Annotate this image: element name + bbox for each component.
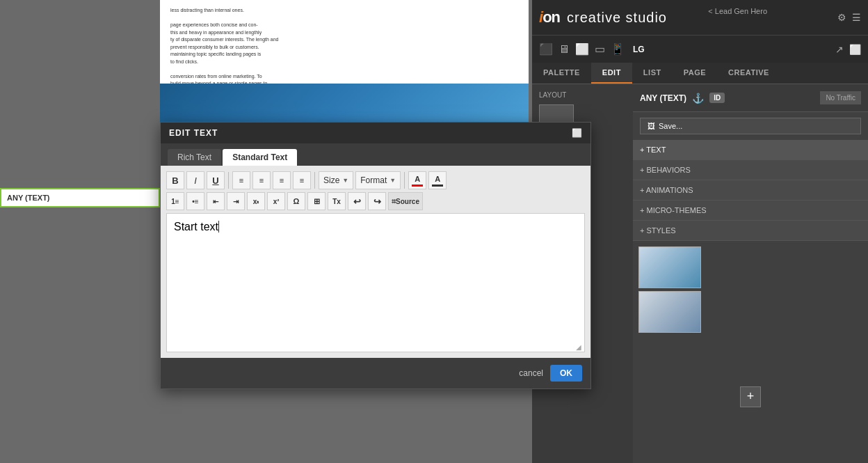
tab-edit[interactable]: EDIT	[591, 63, 632, 84]
creative-studio-text: creative studio	[567, 10, 667, 26]
separator-2	[314, 172, 315, 189]
bg-color-bar	[432, 185, 443, 187]
format-dropdown-arrow: ▼	[389, 177, 396, 184]
unordered-list-button[interactable]: •≡	[186, 192, 204, 210]
font-color-icon: A	[415, 175, 420, 183]
ordered-list-button[interactable]: 1≡	[166, 192, 184, 210]
tab-palette[interactable]: PALETTE	[532, 63, 591, 84]
nav-tabs: PALETTE EDIT LIST PAGE CREATIVE	[532, 63, 868, 84]
tab-creative[interactable]: CREATIVE	[717, 63, 780, 84]
back-link[interactable]: < Lead Gen Hero	[708, 7, 767, 15]
align-center-button[interactable]: ≡	[252, 171, 271, 189]
anchor-icon[interactable]: ⚓	[692, 93, 704, 104]
any-text-label: ANY (TEXT)	[640, 93, 686, 103]
top-bar: < Lead Gen Hero ion creative studio ⚙ ☰	[532, 0, 868, 35]
superscript-button[interactable]: x²	[267, 192, 285, 210]
image-icon: 🖼	[648, 122, 655, 130]
device-bar: ⬛ 🖥 ⬜ ▭ 📱 LG ↗ ⬜	[532, 35, 868, 63]
section-text[interactable]: + TEXT	[633, 140, 868, 160]
cancel-button[interactable]: cancel	[519, 368, 543, 378]
text-cursor	[218, 221, 219, 233]
tab-standard-text[interactable]: Standard Text	[223, 149, 297, 166]
layout-label: Layout	[539, 91, 626, 99]
dialog-titlebar: EDIT TEXT ⬜	[161, 123, 590, 143]
thumbnail-2[interactable]	[638, 291, 701, 333]
section-behaviors[interactable]: + BEHAVIORS	[633, 160, 868, 180]
indent-decrease-button[interactable]: ⇤	[207, 192, 225, 210]
thumbnails: +	[633, 241, 868, 463]
toolbar-row-2: 1≡ •≡ ⇤ ⇥ x₂ x² Ω ⊞ Tx ↩ ↪ ⌗ Source	[166, 192, 585, 210]
monitor-icon[interactable]: ⬛	[539, 42, 553, 56]
bold-button[interactable]: B	[166, 171, 184, 189]
font-color-button[interactable]: A	[408, 171, 426, 189]
tablet-landscape-icon[interactable]: ⬜	[575, 42, 589, 56]
mobile-icon[interactable]: 📱	[611, 42, 625, 56]
section-animations[interactable]: + ANIMATIONS	[633, 180, 868, 201]
ok-button[interactable]: OK	[550, 365, 582, 382]
text-editor-area[interactable]: Start text ◢	[166, 213, 585, 352]
tab-rich-text[interactable]: Rich Text	[168, 149, 221, 166]
underline-button[interactable]: U	[207, 171, 225, 189]
user-icon[interactable]: ☰	[852, 12, 861, 23]
toolbar-row-1: B I U ≡ ≡ ≡ ≡ Size ▼ Format ▼ A	[166, 171, 585, 189]
no-traffic-badge: No Traffic	[820, 91, 861, 104]
redo-button[interactable]: ↪	[368, 192, 386, 210]
settings-icon[interactable]: ⚙	[837, 12, 846, 23]
dialog-minimize-icon[interactable]: ⬜	[572, 128, 582, 138]
tablet-portrait-icon[interactable]: ▭	[595, 42, 605, 56]
dialog-body: B I U ≡ ≡ ≡ ≡ Size ▼ Format ▼ A	[161, 166, 590, 358]
dialog-title: EDIT TEXT	[169, 128, 218, 138]
tab-page[interactable]: PAGE	[673, 63, 717, 84]
source-button[interactable]: ⌗ Source	[388, 192, 423, 210]
add-thumbnail-button[interactable]: +	[740, 386, 761, 407]
right-edit: ANY (TEXT) ⚓ ID No Traffic 🖼 Save... + T…	[633, 84, 868, 463]
tab-list[interactable]: LIST	[632, 63, 673, 84]
format-dropdown[interactable]: Format ▼	[355, 171, 401, 189]
bg-color-button[interactable]: A	[428, 171, 447, 189]
bg-color-icon: A	[435, 175, 440, 183]
desktop-icon[interactable]: 🖥	[558, 43, 570, 56]
dialog-footer: cancel OK	[161, 358, 590, 389]
font-color-bar	[412, 185, 423, 187]
dialog-tabs: Rich Text Standard Text	[161, 143, 590, 166]
size-dropdown-arrow: ▼	[342, 177, 348, 184]
separator-1	[228, 172, 229, 189]
device-label: LG	[633, 45, 645, 54]
italic-button[interactable]: I	[186, 171, 204, 189]
resize-handle[interactable]: ◢	[576, 343, 584, 352]
thumbnail-1[interactable]	[638, 246, 701, 288]
align-justify-button[interactable]: ≡	[293, 171, 311, 189]
canvas-blue-banner	[160, 84, 529, 125]
text-content: Start text	[174, 221, 218, 233]
table-button[interactable]: ⊞	[307, 192, 326, 210]
clear-format-button[interactable]: Tx	[328, 192, 346, 210]
indent-increase-button[interactable]: ⇥	[227, 192, 245, 210]
section-micro-themes[interactable]: + MICRO-THEMES	[633, 201, 868, 221]
size-dropdown[interactable]: Size ▼	[319, 171, 353, 189]
canvas-any-text-label: ANY (TEXT)	[0, 188, 160, 207]
save-button[interactable]: 🖼 Save...	[640, 118, 861, 134]
section-styles[interactable]: + STYLES	[633, 221, 868, 241]
any-text-header: ANY (TEXT) ⚓ ID No Traffic	[633, 84, 868, 112]
align-left-button[interactable]: ≡	[232, 171, 250, 189]
separator-3	[404, 172, 405, 189]
undo-button[interactable]: ↩	[348, 192, 366, 210]
share-icon[interactable]: ↗	[835, 44, 844, 55]
ion-logo: ion	[539, 8, 560, 26]
align-right-button[interactable]: ≡	[273, 171, 291, 189]
special-char-button[interactable]: Ω	[287, 192, 305, 210]
id-badge[interactable]: ID	[709, 93, 725, 103]
edit-text-dialog: EDIT TEXT ⬜ Rich Text Standard Text B I …	[160, 122, 591, 389]
subscript-button[interactable]: x₂	[247, 192, 265, 210]
fullscreen-icon[interactable]: ⬜	[849, 44, 861, 55]
